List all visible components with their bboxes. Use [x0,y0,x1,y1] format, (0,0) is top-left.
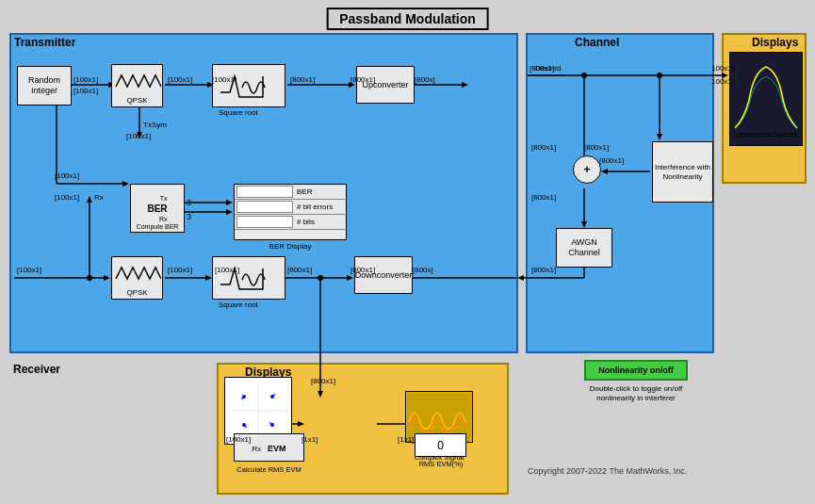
sig-label-ch2: 100x1] [711,64,734,73]
diagram-title: Passband Modulation [326,8,489,30]
rms-evm-label: RMS EVM(%) [409,460,473,468]
svg-point-63 [269,422,272,425]
transmitter-label: Transmitter [14,36,75,49]
sig-label-7: [800x] [415,75,435,84]
sig-label-rx1: [100x1] [17,266,41,274]
rms-evm-display: 0 [415,433,466,457]
evm-sig-2: [1x1] [398,435,414,444]
sig-label-ch7: [800x1] [531,193,556,202]
sig-label-ch3: 100x1] [711,77,734,86]
sig-label-rx4: [800x1] [287,266,312,274]
sig-label-2: [100x1] [73,87,98,95]
upconverted-spectra-block[interactable]: Upconverted Spectra [729,52,803,146]
qpsk-rx-block[interactable]: QPSK [111,256,163,300]
sum-block[interactable]: + [573,155,601,184]
ber-display-block[interactable]: BER # bit errors # bits BER Display [234,184,347,240]
awgn-block[interactable]: AWGN Channel [556,228,612,268]
ber-num-1: 3 [187,198,191,207]
square-root-rx-block[interactable] [212,256,285,300]
sig-label-6: [800x1] [350,75,375,84]
square-root-rx-label: Square root [219,301,258,309]
txsym-sig-label: [100x1] [126,132,151,140]
ber-rx-label: Rx [94,193,104,202]
nonlinearity-desc: Double-click to toggle on/off nonlineari… [575,384,697,404]
svg-point-61 [273,394,276,397]
channel-label: Channel [575,36,619,49]
sig-label-4: [100x1] [212,75,236,84]
txsym-label: TxSym [143,121,167,129]
sig-label-ch6: [800x1] [599,156,624,165]
svg-point-62 [245,426,248,429]
sig-label-ch8: [800x1] [531,266,556,274]
evm-rx-label: [100x1] [226,435,251,444]
qpsk-tx-block[interactable]: QPSK [111,64,163,107]
interference-block[interactable]: Interference with Nonlinearity [652,141,713,203]
svg-point-60 [241,398,244,400]
nonlinearity-button[interactable]: Nonlinearity on/off [584,360,688,381]
upconverter-block[interactable]: Upconverter [356,66,415,104]
displays-label-top: Displays [752,36,798,49]
copyright-text: Copyright 2007-2022 The MathWorks, Inc. [528,466,687,476]
desired-label: Desired [535,64,562,73]
sig-label-5: [800x1] [290,75,315,84]
sig-label-ch5: [800x1] [584,143,609,152]
evm-sig-1: [1x1] [302,435,318,444]
evm-top-label: [800x1] [311,377,335,385]
random-integer-block[interactable]: Random Integer [17,66,72,106]
sig-label-ch4: [800x1] [531,143,556,152]
ber-num-2: 3 [187,212,191,221]
square-root-tx-block[interactable] [212,64,285,107]
downconverter-block[interactable]: Downconverter [354,256,413,294]
sig-label-1: [100x1] [73,75,98,84]
sig-label-rx5: [800x1] [350,266,375,274]
square-root-tx-label: Square root [219,108,258,117]
sig-label-rx3: [100x1] [215,266,239,274]
svg-marker-17 [517,275,524,281]
sig-label-3: [100x1] [168,75,192,84]
ber-tx-sig-label: [100x1] [55,171,79,180]
ber-rx-sig-label: [100x1] [55,193,79,202]
compute-ber-block[interactable]: Tx BER Rx Compute BER [130,184,185,233]
receiver-label: Receiver [13,363,60,376]
sig-label-rx2: [100x1] [168,266,192,274]
sig-label-rx6: [800x] [413,266,433,274]
